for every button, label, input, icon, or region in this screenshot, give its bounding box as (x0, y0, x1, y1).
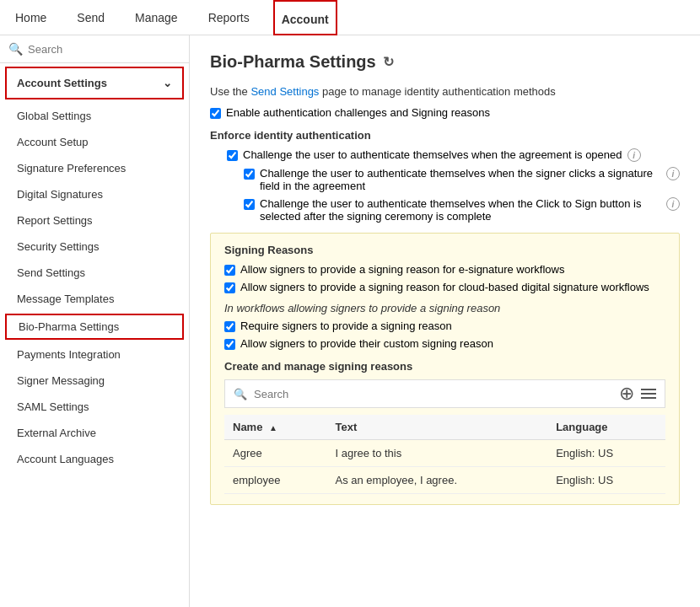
sidebar-item-external-archive[interactable]: External Archive (0, 420, 189, 446)
refresh-icon[interactable]: ↻ (383, 54, 394, 70)
enable-auth-label: Enable authentication challenges and Sig… (226, 106, 490, 119)
sort-arrow-name: ▲ (269, 423, 277, 432)
col-language[interactable]: Language (547, 415, 665, 440)
sidebar-item-global-settings[interactable]: Global Settings (0, 103, 189, 129)
require-signing-reason-row: Require signers to provide a signing rea… (224, 320, 665, 332)
sidebar-item-digital-signatures[interactable]: Digital Signatures (0, 181, 189, 207)
allow-custom-reason-row: Allow signers to provide their custom si… (224, 337, 665, 350)
sidebar-item-payments-integration[interactable]: Payments Integration (0, 341, 189, 368)
signing-reasons-search-input[interactable] (254, 388, 612, 400)
signing-reasons-table: Name ▲ Text Language Agree I agree to th… (224, 415, 665, 494)
content-area: Bio-Pharma Settings ↻ Use the Send Setti… (190, 35, 700, 607)
allow-custom-reason-checkbox[interactable] (224, 339, 235, 350)
info-icon-3[interactable]: i (666, 197, 680, 211)
cell-text-employee: As an employee, I agree. (326, 467, 547, 494)
sidebar-item-account-setup[interactable]: Account Setup (0, 129, 189, 155)
challenge-open-checkbox[interactable] (227, 150, 238, 161)
sidebar-item-account-languages[interactable]: Account Languages (0, 446, 189, 472)
in-workflows-label: In workflows allowing signers to provide… (224, 302, 665, 314)
require-signing-reason-label: Require signers to provide a signing rea… (240, 320, 452, 332)
cell-text-agree: I agree to this (326, 440, 547, 467)
col-name[interactable]: Name ▲ (224, 415, 326, 440)
create-manage-section: Create and manage signing reasons 🔍 ⊕ (224, 360, 665, 494)
cell-language-agree: English: US (547, 440, 665, 467)
sidebar-item-report-settings[interactable]: Report Settings (0, 207, 189, 234)
sr-cloud-row: Allow signers to provide a signing reaso… (224, 281, 665, 293)
top-navigation: Home Send Manage Reports Account (0, 0, 700, 35)
sidebar-item-saml-settings[interactable]: SAML Settings (0, 394, 189, 420)
enforce-section-label: Enforce identity authentication (210, 129, 680, 142)
sidebar-item-signature-preferences[interactable]: Signature Preferences (0, 155, 189, 181)
sidebar-item-biopharma-settings[interactable]: Bio-Pharma Settings (5, 314, 184, 340)
search-icon-sm: 🔍 (234, 388, 247, 400)
cell-name-agree: Agree (224, 440, 326, 467)
challenge-signature-field-label: Challenge the user to authenticate thems… (260, 167, 661, 192)
challenge-signature-field-checkbox[interactable] (244, 169, 255, 180)
enable-auth-checkbox-row: Enable authentication challenges and Sig… (210, 106, 680, 119)
challenge-click-sign-row: Challenge the user to authenticate thems… (244, 197, 680, 223)
allow-custom-reason-label: Allow signers to provide their custom si… (240, 337, 493, 350)
search-bar-actions: ⊕ (619, 384, 656, 403)
page-title: Bio-Pharma Settings ↻ (210, 52, 680, 72)
table-header-row: Name ▲ Text Language (224, 415, 665, 440)
table-row: employee As an employee, I agree. Englis… (224, 467, 665, 494)
sr-cloud-label: Allow signers to provide a signing reaso… (240, 281, 649, 293)
challenge-click-sign-checkbox[interactable] (244, 199, 255, 210)
nav-account[interactable]: Account (273, 0, 337, 35)
search-icon: 🔍 (8, 42, 23, 56)
menu-icon[interactable] (641, 389, 656, 399)
challenge-open-label: Challenge the user to authenticate thems… (243, 148, 622, 161)
main-layout: 🔍 Account Settings ⌄ Global Settings Acc… (0, 35, 700, 607)
create-manage-title: Create and manage signing reasons (224, 360, 665, 373)
cell-language-employee: English: US (547, 467, 665, 494)
nav-reports[interactable]: Reports (202, 0, 256, 35)
sr-cloud-checkbox[interactable] (224, 282, 235, 293)
nav-manage[interactable]: Manage (128, 0, 185, 35)
account-settings-header[interactable]: Account Settings ⌄ (5, 67, 184, 99)
require-signing-reason-checkbox[interactable] (224, 321, 235, 332)
col-text[interactable]: Text (326, 415, 547, 440)
challenge-click-sign-label: Challenge the user to authenticate thems… (260, 197, 661, 223)
sidebar-item-message-templates[interactable]: Message Templates (0, 286, 189, 312)
sidebar-item-security-settings[interactable]: Security Settings (0, 234, 189, 260)
sr-esig-checkbox[interactable] (224, 265, 235, 276)
account-settings-label: Account Settings (17, 77, 107, 89)
chevron-up-icon: ⌄ (163, 77, 172, 89)
sidebar-item-signer-messaging[interactable]: Signer Messaging (0, 368, 189, 394)
table-row: Agree I agree to this English: US (224, 440, 665, 467)
sidebar-search-box[interactable]: 🔍 (0, 35, 189, 63)
nav-home[interactable]: Home (8, 0, 53, 35)
sidebar-item-send-settings[interactable]: Send Settings (0, 260, 189, 286)
signing-reasons-section: Signing Reasons Allow signers to provide… (210, 233, 680, 505)
sidebar-nav: Global Settings Account Setup Signature … (0, 103, 189, 607)
add-signing-reason-button[interactable]: ⊕ (619, 384, 634, 403)
info-icon-1[interactable]: i (627, 148, 641, 162)
sidebar: 🔍 Account Settings ⌄ Global Settings Acc… (0, 35, 190, 607)
nav-send[interactable]: Send (70, 0, 111, 35)
sr-esig-row: Allow signers to provide a signing reaso… (224, 263, 665, 276)
description-text: Use the Send Settings page to manage ide… (210, 85, 680, 98)
sr-esig-label: Allow signers to provide a signing reaso… (240, 263, 564, 276)
signing-reasons-search-bar: 🔍 ⊕ (224, 379, 665, 408)
cell-name-employee: employee (224, 467, 326, 494)
challenge-signature-field-row: Challenge the user to authenticate thems… (244, 167, 680, 192)
challenge-open-row: Challenge the user to authenticate thems… (227, 148, 680, 162)
sidebar-search-input[interactable] (28, 43, 180, 56)
send-settings-link[interactable]: Send Settings (250, 85, 319, 98)
enable-auth-checkbox[interactable] (210, 108, 221, 119)
info-icon-2[interactable]: i (666, 167, 680, 180)
signing-reasons-title: Signing Reasons (224, 244, 665, 256)
